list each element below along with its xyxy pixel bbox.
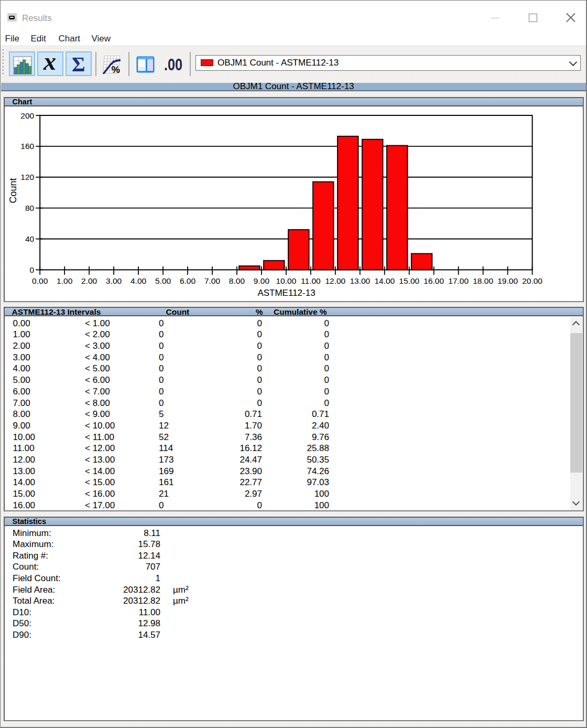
svg-text:5.00: 5.00 [155, 276, 171, 285]
svg-text:11.00: 11.00 [301, 276, 321, 285]
svg-text:14.00: 14.00 [374, 276, 395, 285]
svg-text:9.00: 9.00 [254, 276, 270, 285]
svg-text:40: 40 [25, 234, 35, 243]
svg-text:Count: Count [8, 178, 18, 203]
svg-text:12.00: 12.00 [325, 276, 345, 285]
svg-text:160: 160 [20, 142, 34, 151]
svg-text:120: 120 [20, 173, 34, 181]
svg-text:6.00: 6.00 [180, 276, 196, 285]
svg-text:17.00: 17.00 [448, 276, 469, 285]
svg-text:0: 0 [30, 265, 35, 274]
svg-text:8.00: 8.00 [229, 276, 245, 285]
svg-text:0.00: 0.00 [32, 276, 48, 285]
svg-text:2.00: 2.00 [81, 276, 97, 285]
svg-text:15.00: 15.00 [399, 276, 419, 285]
svg-text:ASTME112-13: ASTME112-13 [257, 288, 315, 298]
svg-text:1.00: 1.00 [57, 276, 73, 285]
svg-text:10.00: 10.00 [276, 276, 297, 285]
svg-text:18.00: 18.00 [473, 276, 493, 285]
svg-text:19.00: 19.00 [497, 276, 518, 285]
svg-text:20.00: 20.00 [522, 276, 542, 285]
svg-text:80: 80 [25, 204, 35, 212]
svg-text:4.00: 4.00 [131, 276, 147, 285]
svg-text:7.00: 7.00 [204, 276, 221, 285]
svg-text:200: 200 [20, 111, 34, 120]
svg-text:3.00: 3.00 [106, 276, 122, 285]
svg-text:16.00: 16.00 [423, 276, 444, 285]
svg-text:%: % [112, 63, 120, 74]
svg-text:13.00: 13.00 [350, 276, 370, 285]
